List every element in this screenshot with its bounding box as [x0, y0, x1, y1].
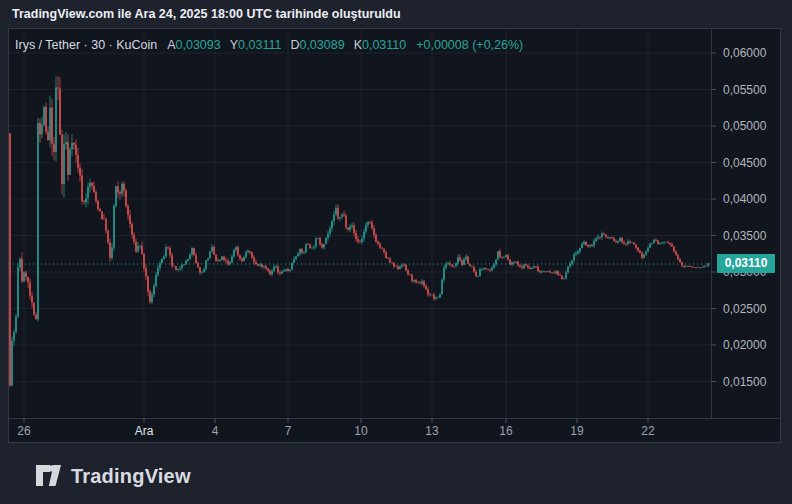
candles: [9, 76, 708, 387]
price-tick-label: 0,06000: [723, 45, 779, 61]
price-tick-label: 0,02500: [723, 301, 779, 317]
ohlc-item: Y0,03111: [230, 38, 282, 52]
tradingview-logo[interactable]: TradingView: [36, 459, 191, 493]
axis-borders: [9, 29, 782, 423]
candlestick-chart[interactable]: [9, 29, 782, 444]
price-tick-label: 0,05500: [723, 82, 779, 98]
last-price-badge: 0,03110: [717, 254, 775, 273]
time-tick-label: 22: [641, 422, 654, 440]
ohlc-item: D0,03089: [290, 38, 344, 52]
price-tick-label: 0,03500: [723, 228, 779, 244]
tradingview-wordmark: TradingView: [71, 465, 191, 488]
price-tick-label: 0,04000: [723, 191, 779, 207]
time-tick-label: 16: [499, 422, 512, 440]
symbol-title: Irys / Tether · 30 · KuCoin: [15, 38, 157, 52]
time-tick-label: 7: [285, 422, 292, 440]
time-axis[interactable]: 26Ara471013161922: [9, 420, 711, 442]
snapshot-attribution: TradingView.com ile Ara 24, 2025 18:00 U…: [0, 0, 792, 28]
ohlc-values: A0,03093Y0,03111D0,03089K0,03110: [167, 38, 406, 52]
time-tick-label: Ara: [135, 422, 154, 440]
tradingview-snapshot: { "titlebar": { "created_line": "Trading…: [0, 0, 792, 504]
time-tick-label: 13: [425, 422, 438, 440]
price-tick-label: 0,04500: [723, 155, 779, 171]
ohlc-item: A0,03093: [167, 38, 221, 52]
price-change: +0,00008 (+0,26%): [416, 38, 523, 52]
time-tick-label: 10: [354, 422, 367, 440]
price-tick-label: 0,05000: [723, 118, 779, 134]
time-tick-label: 4: [212, 422, 219, 440]
time-tick-label: 19: [570, 422, 583, 440]
time-tick-label: 26: [17, 422, 30, 440]
price-tick-label: 0,02000: [723, 337, 779, 353]
tradingview-mark-icon: [36, 465, 61, 487]
price-axis[interactable]: 0,060000,055000,050000,045000,040000,035…: [721, 29, 781, 418]
chart-legend: Irys / Tether · 30 · KuCoin A0,03093Y0,0…: [15, 36, 523, 54]
ohlc-item: K0,03110: [354, 38, 407, 52]
chart-widget[interactable]: Irys / Tether · 30 · KuCoin A0,03093Y0,0…: [8, 28, 781, 443]
price-tick-label: 0,01500: [723, 374, 779, 390]
